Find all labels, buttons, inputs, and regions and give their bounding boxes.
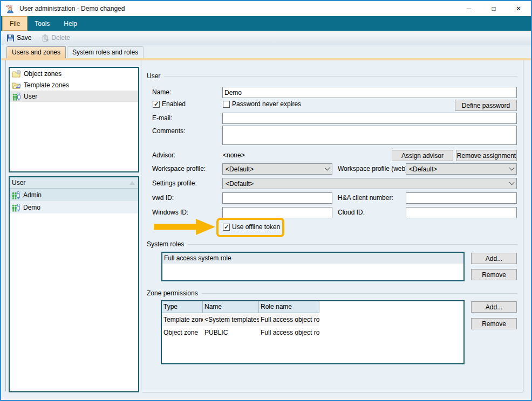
system-roles-list: Full access system role	[161, 252, 465, 281]
workspace-profile-web-value: <Default>	[409, 165, 510, 173]
cell-role-name: Full access object role	[259, 316, 319, 323]
zone-permissions-title: Zone permissions	[147, 289, 198, 297]
workspace-profile-value: <Default>	[226, 165, 325, 173]
user-list-header-label: User	[12, 179, 25, 186]
chevron-down-icon	[509, 165, 515, 171]
workspace-profile-label: Workspace profile:	[152, 165, 206, 172]
windows-id-label: Windows ID:	[152, 209, 188, 216]
user-row-admin[interactable]: Admin	[10, 189, 138, 201]
settings-profile-select[interactable]: <Default>	[222, 178, 517, 189]
windows-id-field[interactable]	[222, 207, 332, 218]
use-offline-token-label: Use offline token	[232, 223, 280, 231]
title-bar: epm User administration - Demo changed ─…	[1, 1, 531, 16]
tree-item-label: Template zones	[24, 81, 69, 89]
user-row-demo[interactable]: Demo	[10, 201, 138, 213]
tree-item-label: User	[24, 93, 37, 100]
save-icon	[6, 34, 15, 42]
sort-ascending-icon	[129, 181, 135, 185]
ha-client-number-field[interactable]	[406, 192, 517, 204]
zone-permissions-remove-button[interactable]: Remove	[471, 318, 517, 329]
workspace-profile-web-select[interactable]: <Default>	[406, 163, 517, 175]
zone-permissions-header-row: Type Name Role name	[162, 301, 463, 313]
checkbox-box	[153, 101, 160, 108]
password-never-expires-label: Password never expires	[232, 100, 301, 108]
workspace-profile-web-label: Workspace profile (web):	[338, 165, 410, 172]
menu-help[interactable]: Help	[57, 16, 84, 31]
cloud-id-field[interactable]	[406, 207, 517, 218]
assign-advisor-button[interactable]: Assign advisor	[392, 150, 453, 161]
settings-profile-label: Settings profile:	[152, 179, 197, 187]
email-label: E-mail:	[152, 114, 172, 122]
save-label: Save	[17, 34, 31, 42]
system-roles-add-button[interactable]: Add...	[471, 253, 517, 264]
vwd-id-field[interactable]	[222, 192, 332, 204]
menu-file[interactable]: File	[2, 16, 28, 31]
user-icon	[11, 191, 21, 199]
zones-tree-panel: Object zones Template zones User	[9, 67, 139, 172]
password-never-expires-checkbox[interactable]: Password never expires	[223, 100, 301, 108]
comments-field[interactable]	[222, 126, 517, 145]
delete-label: Delete	[51, 34, 70, 42]
system-roles-title: System roles	[147, 240, 184, 248]
tree-item-object-zones[interactable]: Object zones	[10, 68, 138, 79]
vwd-id-label: vwd ID:	[152, 194, 174, 202]
trash-icon	[41, 34, 49, 42]
remove-assignment-button[interactable]: Remove assignment	[456, 150, 517, 161]
name-label: Name:	[152, 88, 171, 96]
panel-splitter[interactable]	[141, 60, 142, 390]
maximize-button[interactable]: □	[481, 1, 506, 16]
folder-zone-icon	[12, 70, 21, 78]
tree-item-user[interactable]: User	[10, 91, 138, 102]
enabled-checkbox[interactable]: Enabled	[153, 100, 186, 108]
cell-type: Object zone	[162, 329, 203, 336]
menu-bar: File Tools Help	[1, 16, 531, 31]
column-header-role-name[interactable]: Role name	[259, 301, 319, 313]
column-header-name[interactable]: Name	[203, 301, 259, 313]
user-list-header[interactable]: User	[10, 177, 138, 189]
comments-label: Comments:	[152, 127, 185, 135]
user-list-panel: User Admin	[9, 176, 139, 392]
system-roles-group-header: System roles	[147, 240, 517, 248]
users-icon	[12, 92, 21, 101]
enabled-label: Enabled	[162, 100, 186, 108]
zone-permissions-group-header: Zone permissions	[147, 289, 517, 297]
user-row-label: Admin	[23, 191, 42, 199]
user-form-panel: User Name: Enabled Password never expire…	[142, 60, 523, 392]
tree-item-template-zones[interactable]: Template zones	[10, 79, 138, 91]
user-row-label: Demo	[23, 204, 40, 211]
system-roles-remove-button[interactable]: Remove	[471, 269, 517, 280]
minimize-button[interactable]: ─	[456, 1, 481, 16]
email-field[interactable]	[222, 113, 517, 124]
save-button[interactable]: Save	[4, 33, 33, 43]
delete-button[interactable]: Delete	[39, 33, 72, 43]
menu-tools[interactable]: Tools	[28, 16, 57, 31]
workspace-profile-select[interactable]: <Default>	[222, 163, 332, 175]
cell-role-name: Full access object role	[259, 329, 319, 336]
app-icon: epm	[5, 4, 15, 13]
system-role-item[interactable]: Full access system role	[162, 253, 463, 264]
table-row[interactable]: Object zone PUBLIC Full access object ro…	[162, 326, 319, 339]
column-header-type[interactable]: Type	[162, 301, 203, 313]
table-row[interactable]: Template zone <System templates> Full ac…	[162, 313, 319, 326]
checkbox-box	[223, 224, 230, 231]
cell-name: PUBLIC	[203, 329, 259, 336]
tab-system-roles-and-roles[interactable]: System roles and roles	[67, 46, 144, 58]
app-window: epm User administration - Demo changed ─…	[0, 0, 532, 401]
ha-client-number-label: H&A client number:	[338, 194, 393, 202]
close-button[interactable]: ✕	[506, 1, 531, 16]
cell-name: <System templates>	[203, 316, 259, 323]
tab-users-and-zones[interactable]: Users and zones	[6, 46, 66, 58]
window-title: User administration - Demo changed	[19, 5, 456, 12]
cell-type: Template zone	[162, 316, 203, 323]
chevron-down-icon	[509, 180, 515, 185]
advisor-label: Advisor:	[152, 151, 175, 159]
settings-profile-value: <Default>	[226, 180, 510, 188]
define-password-button[interactable]: Define password	[455, 100, 517, 111]
toolbar: Save Delete	[1, 31, 531, 45]
name-field[interactable]	[222, 87, 517, 98]
use-offline-token-checkbox[interactable]: Use offline token	[223, 223, 280, 231]
folder-template-icon	[12, 81, 21, 89]
annotation-arrow-icon	[154, 219, 215, 235]
user-group-header: User	[147, 72, 517, 80]
zone-permissions-add-button[interactable]: Add...	[471, 301, 517, 313]
